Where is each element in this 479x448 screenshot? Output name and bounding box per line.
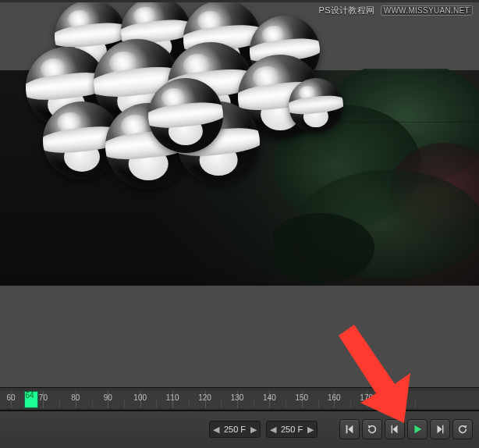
go-end-button[interactable] bbox=[452, 419, 473, 439]
frame-end-decrement[interactable]: ◀ bbox=[270, 425, 276, 435]
timeline-tick-label: 100 bbox=[133, 393, 147, 402]
timeline[interactable]: 6070809010011012013014015016017018064 bbox=[0, 387, 479, 411]
timeline-tick-label: 140 bbox=[263, 393, 276, 402]
timeline-tick-label: 70 bbox=[39, 393, 48, 402]
frame-end-value[interactable]: 250 F bbox=[276, 425, 307, 434]
timeline-playhead[interactable]: 64 bbox=[24, 391, 38, 408]
timeline-tick-label: 170 bbox=[360, 393, 373, 402]
timeline-minor-tick bbox=[318, 400, 319, 408]
watermark-text: PS设计教程网 bbox=[319, 5, 375, 15]
playback-buttons bbox=[339, 419, 473, 439]
frame-current-value[interactable]: 250 F bbox=[219, 425, 250, 434]
timeline-ruler[interactable]: 6070809010011012013014015016017018064 bbox=[0, 391, 479, 408]
go-start-button[interactable] bbox=[339, 419, 360, 439]
timeline-tick-label: 180 bbox=[392, 393, 406, 402]
watermark-site: WWW.MISSYUAN.NET bbox=[381, 5, 473, 16]
frame-end-increment[interactable]: ▶ bbox=[307, 425, 314, 435]
timeline-minor-tick bbox=[92, 400, 93, 408]
timeline-minor-tick bbox=[221, 400, 222, 408]
frame-current-field[interactable]: ◀ 250 F ▶ bbox=[209, 421, 261, 438]
timeline-minor-tick bbox=[350, 400, 351, 408]
frame-fields: ◀ 250 F ▶ ◀ 250 F ▶ bbox=[209, 411, 321, 438]
frame-end-field[interactable]: ◀ 250 F ▶ bbox=[266, 421, 318, 438]
timeline-tick-label: 90 bbox=[104, 393, 112, 402]
timeline-minor-tick bbox=[189, 400, 190, 408]
timeline-minor-tick bbox=[156, 400, 157, 408]
viewport-3d[interactable]: PS设计教程网 WWW.MISSYUAN.NET bbox=[0, 0, 479, 387]
frame-current-increment[interactable]: ▶ bbox=[250, 425, 257, 435]
timeline-tick-label: 150 bbox=[296, 393, 309, 402]
frame-current-decrement[interactable]: ◀ bbox=[213, 425, 219, 435]
timeline-tick-label: 160 bbox=[328, 393, 341, 402]
timeline-minor-tick bbox=[59, 400, 60, 408]
timeline-tick-label: 130 bbox=[231, 393, 244, 402]
panel-top-edge bbox=[0, 0, 479, 2]
sphere-cluster[interactable] bbox=[12, 0, 347, 187]
timeline-minor-tick bbox=[382, 400, 383, 408]
prev-key-button[interactable] bbox=[385, 419, 405, 439]
loop-button[interactable] bbox=[362, 419, 382, 439]
timeline-tick-label: 80 bbox=[71, 393, 80, 402]
timeline-minor-tick bbox=[124, 400, 125, 408]
transport-bar: ◀ 250 F ▶ ◀ 250 F ▶ bbox=[0, 411, 479, 448]
timeline-minor-tick bbox=[415, 400, 416, 408]
timeline-minor-tick bbox=[254, 400, 254, 408]
play-button[interactable] bbox=[407, 419, 428, 439]
timeline-tick-label: 110 bbox=[166, 393, 179, 402]
next-key-button[interactable] bbox=[430, 419, 450, 439]
timeline-tick-label: 120 bbox=[198, 393, 211, 402]
timeline-tick-label: 60 bbox=[6, 393, 15, 402]
watermark: PS设计教程网 WWW.MISSYUAN.NET bbox=[319, 5, 474, 16]
timeline-minor-tick bbox=[286, 400, 286, 408]
